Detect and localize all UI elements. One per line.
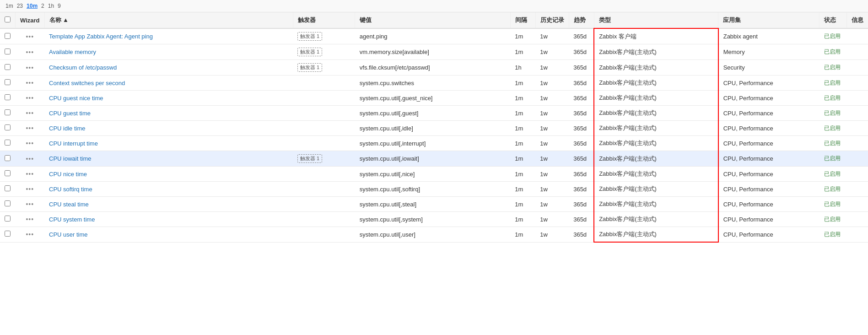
interval-1h[interactable]: 1h <box>48 3 54 9</box>
dots-icon[interactable]: ••• <box>26 170 34 178</box>
row-dots-menu[interactable]: ••• <box>16 197 45 212</box>
row-status[interactable]: 已启用 <box>819 151 847 167</box>
row-status[interactable]: 已启用 <box>819 197 847 212</box>
row-checkbox[interactable] <box>5 94 11 100</box>
row-checkbox[interactable] <box>5 140 11 146</box>
trigger-badge[interactable]: 触发器 1 <box>297 63 322 72</box>
name-link[interactable]: CPU user time <box>49 231 88 238</box>
trigger-badge[interactable]: 触发器 1 <box>297 32 322 41</box>
dots-icon[interactable]: ••• <box>26 124 34 132</box>
row-checkbox[interactable] <box>5 231 11 237</box>
row-dots-menu[interactable]: ••• <box>16 76 45 91</box>
row-dots-menu[interactable]: ••• <box>16 136 45 151</box>
row-type: Zabbix客户端(主动式) <box>594 76 718 91</box>
trigger-badge[interactable]: 触发器 1 <box>297 48 322 56</box>
row-dots-menu[interactable]: ••• <box>16 106 45 121</box>
row-checkbox-cell <box>0 151 16 167</box>
name-link[interactable]: CPU idle time <box>49 125 85 132</box>
dots-icon[interactable]: ••• <box>26 109 34 117</box>
name-link[interactable]: Available memory <box>49 49 96 55</box>
row-checkbox[interactable] <box>5 185 11 191</box>
name-link[interactable]: Context switches per second <box>49 80 125 86</box>
dots-icon[interactable]: ••• <box>26 185 34 193</box>
row-status[interactable]: 已启用 <box>819 44 847 60</box>
select-all-checkbox[interactable] <box>5 16 11 22</box>
table-row: •••CPU guest timesystem.cpu.util[,guest]… <box>0 106 868 121</box>
row-trigger[interactable]: 触发器 1 <box>293 60 355 76</box>
row-status[interactable]: 已启用 <box>819 212 847 227</box>
dots-icon[interactable]: ••• <box>26 94 34 102</box>
interval-1m[interactable]: 1m <box>5 3 13 9</box>
row-checkbox[interactable] <box>5 170 11 176</box>
row-dots-menu[interactable]: ••• <box>16 227 45 243</box>
header-history[interactable]: 历史记录 <box>535 12 569 28</box>
row-checkbox[interactable] <box>5 49 11 54</box>
header-appset[interactable]: 应用集 <box>718 12 819 28</box>
header-status[interactable]: 状态 <box>819 12 847 28</box>
row-checkbox[interactable] <box>5 109 11 115</box>
row-checkbox[interactable] <box>5 200 11 206</box>
name-link[interactable]: CPU system time <box>49 216 95 223</box>
dots-icon[interactable]: ••• <box>26 200 34 208</box>
row-info <box>847 167 868 182</box>
row-checkbox[interactable] <box>5 79 11 85</box>
row-dots-menu[interactable]: ••• <box>16 167 45 182</box>
name-link[interactable]: CPU guest nice time <box>49 95 103 102</box>
row-dots-menu[interactable]: ••• <box>16 212 45 227</box>
row-dots-menu[interactable]: ••• <box>16 28 45 44</box>
row-name: Available memory <box>44 44 293 60</box>
row-info <box>847 182 868 197</box>
row-checkbox[interactable] <box>5 64 11 70</box>
row-status[interactable]: 已启用 <box>819 121 847 136</box>
row-checkbox[interactable] <box>5 216 11 222</box>
row-status[interactable]: 已启用 <box>819 227 847 243</box>
header-trend[interactable]: 趋势 <box>569 12 594 28</box>
name-link[interactable]: Checksum of /etc/passwd <box>49 64 117 71</box>
top-bar: 1m 23 10m 2 1h 9 <box>0 0 868 12</box>
row-status[interactable]: 已启用 <box>819 91 847 106</box>
name-link[interactable]: CPU softirq time <box>49 186 92 193</box>
row-status[interactable]: 已启用 <box>819 136 847 151</box>
row-dots-menu[interactable]: ••• <box>16 60 45 76</box>
row-trigger[interactable]: 触发器 1 <box>293 151 355 167</box>
row-status[interactable]: 已启用 <box>819 106 847 121</box>
dots-icon[interactable]: ••• <box>26 64 34 71</box>
dots-icon[interactable]: ••• <box>26 140 34 147</box>
row-status[interactable]: 已启用 <box>819 76 847 91</box>
row-name: CPU user time <box>44 227 293 243</box>
row-dots-menu[interactable]: ••• <box>16 91 45 106</box>
row-trigger[interactable]: 触发器 1 <box>293 28 355 44</box>
row-dots-menu[interactable]: ••• <box>16 121 45 136</box>
row-checkbox[interactable] <box>5 155 11 161</box>
trigger-badge[interactable]: 触发器 1 <box>297 154 322 163</box>
name-link[interactable]: CPU iowait time <box>49 155 91 162</box>
row-dots-menu[interactable]: ••• <box>16 182 45 197</box>
header-name[interactable]: 名称 ▲ <box>44 12 293 28</box>
dots-icon[interactable]: ••• <box>26 49 34 56</box>
row-status[interactable]: 已启用 <box>819 60 847 76</box>
row-trigger[interactable]: 触发器 1 <box>293 44 355 60</box>
header-interval[interactable]: 间隔 <box>510 12 535 28</box>
dots-icon[interactable]: ••• <box>26 231 34 238</box>
name-link[interactable]: CPU interrupt time <box>49 140 98 147</box>
row-checkbox[interactable] <box>5 33 11 39</box>
row-dots-menu[interactable]: ••• <box>16 44 45 60</box>
name-link[interactable]: CPU nice time <box>49 171 87 178</box>
dots-icon[interactable]: ••• <box>26 33 34 40</box>
row-checkbox-cell <box>0 106 16 121</box>
row-status[interactable]: 已启用 <box>819 28 847 44</box>
header-type[interactable]: 类型 <box>594 12 718 28</box>
row-checkbox[interactable] <box>5 124 11 130</box>
header-key[interactable]: 键值 <box>355 12 510 28</box>
name-link[interactable]: Agent ping <box>124 33 153 40</box>
name-link[interactable]: CPU guest time <box>49 110 91 117</box>
row-status[interactable]: 已启用 <box>819 167 847 182</box>
name-link[interactable]: CPU steal time <box>49 201 89 208</box>
dots-icon[interactable]: ••• <box>26 216 34 223</box>
dots-icon[interactable]: ••• <box>26 155 34 162</box>
interval-10m[interactable]: 10m <box>27 3 38 9</box>
dots-icon[interactable]: ••• <box>26 79 34 86</box>
row-dots-menu[interactable]: ••• <box>16 151 45 167</box>
row-status[interactable]: 已启用 <box>819 182 847 197</box>
header-trigger[interactable]: 触发器 <box>293 12 355 28</box>
